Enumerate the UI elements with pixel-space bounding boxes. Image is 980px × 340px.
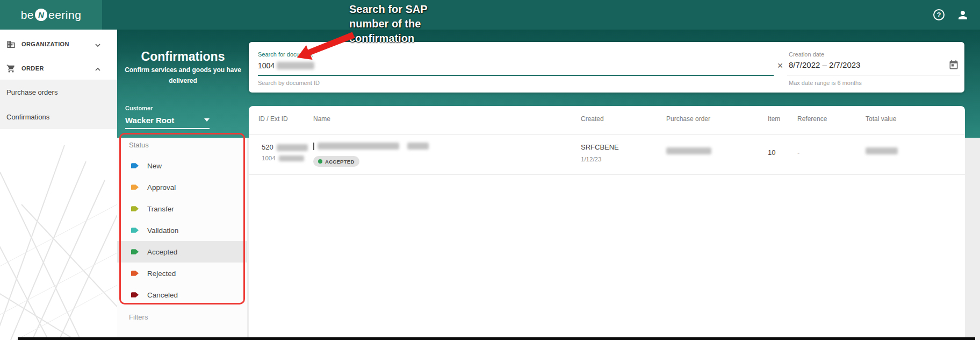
status-item-canceled[interactable]: Canceled [117,284,247,306]
page-title: Confirmations [117,49,249,64]
sidebar-item-purchase-orders[interactable]: Purchase orders [0,80,117,104]
status-tag-icon [131,206,139,212]
table-header-row: ID / Ext ID Name Created Purchase order … [249,106,965,134]
building-watermark-image [0,129,117,340]
search-underline [258,75,774,76]
logo-text-prefix: be [21,9,34,22]
status-item-approval[interactable]: Approval [117,176,247,198]
chevron-down-icon [95,41,101,47]
status-item-accepted[interactable]: Accepted [117,241,247,263]
logo: be N eering [0,0,102,30]
search-helper-text: Search by document ID [258,80,320,86]
confirmations-table: ID / Ext ID Name Created Purchase order … [249,106,965,340]
dropdown-caret-icon [204,118,210,122]
col-purchase-order: Purchase order [666,115,710,123]
status-tag-icon [131,271,139,277]
annotation-text: Search for SAP number of the confirmatio… [349,2,428,46]
col-name: Name [313,115,330,123]
creation-date-underline [787,75,960,75]
creation-date-input[interactable]: 8/7/2022 – 2/7/2023 [789,60,860,69]
status-tag-icon [131,163,139,169]
order-cart-icon [6,63,16,73]
redacted-purchase-order [666,147,711,154]
status-item-new[interactable]: New [117,155,247,176]
status-item-rejected[interactable]: Rejected [117,263,247,284]
chevron-up-icon [95,65,101,72]
cell-ext-id: 1004 [262,155,304,161]
sidebar-nav: ORGANIZATION ORDER Purchase orders Confi… [0,30,117,340]
creation-date-helper-text: Max date range is 6 months [789,80,862,86]
customer-value: Wacker Root [125,116,174,125]
accepted-dot-icon [318,159,322,164]
help-icon[interactable]: ? [933,9,945,20]
redacted-id [277,144,308,151]
col-reference: Reference [797,115,827,123]
redacted-ext-id [279,155,304,161]
cell-id: 520 [262,143,308,151]
clear-search-icon[interactable]: × [774,60,786,72]
status-tag-icon [131,292,139,298]
creation-date-label: Creation date [789,51,824,58]
order-label: ORDER [21,65,44,72]
search-input[interactable]: 1004 [258,61,314,70]
table-row[interactable]: 520 1004 ACCEPTED SRFCBENE 1/12/23 [249,134,965,175]
status-badge-label: ACCEPTED [325,159,355,165]
cell-name [313,141,429,151]
purchase-orders-label: Purchase orders [6,88,57,96]
top-header-bar: be N eering ? [0,0,980,30]
confirmations-label: Confirmations [6,113,49,121]
status-tag-icon [131,249,139,255]
redacted-name-suffix [407,143,429,150]
user-account-icon[interactable] [956,9,969,22]
cell-item: 10 [768,148,775,157]
sidebar-section-order[interactable]: ORDER [0,59,117,77]
status-tag-icon [131,185,139,190]
col-id-ext-id: ID / Ext ID [258,115,288,123]
organization-building-icon [6,39,16,49]
status-list: New Approval Transfer Validation Accepte… [117,155,247,306]
col-item: Item [768,115,780,123]
name-first-glyph [313,143,314,150]
redacted-name [318,143,399,150]
sidebar-section-organization[interactable]: ORGANIZATION [0,35,117,53]
status-item-transfer[interactable]: Transfer [117,198,247,219]
status-item-validation[interactable]: Validation [117,219,247,241]
cell-created-system: SRFCBENE [581,143,619,151]
bottom-window-edge [18,337,975,340]
annotation-arrow-icon [296,31,357,61]
organization-label: ORGANIZATION [21,41,69,47]
redacted-search-value [277,62,314,69]
col-total-value: Total value [866,115,896,123]
logo-text-suffix: eering [48,9,81,22]
status-filter-panel: Status New Approval Transfer Validation … [117,138,247,340]
page-subtitle: Confirm services and goods you have deli… [120,65,246,86]
cell-created-date: 1/12/23 [581,156,601,162]
status-heading: Status [129,141,149,149]
status-badge: ACCEPTED [313,156,359,167]
customer-underline [125,128,210,129]
status-tag-icon [131,228,139,233]
sidebar-item-confirmations[interactable]: Confirmations [0,104,117,129]
app-window: be N eering ? ORGANIZATIO [0,0,980,340]
calendar-icon[interactable] [948,60,959,70]
order-submenu: Purchase orders Confirmations [0,80,117,129]
customer-label: Customer [125,105,153,111]
col-created: Created [581,115,604,123]
cell-reference: - [797,148,799,157]
logo-n-icon: N [35,9,47,21]
filters-heading[interactable]: Filters [129,313,148,321]
redacted-total-value [866,147,898,154]
customer-dropdown[interactable]: Wacker Root [125,114,210,126]
